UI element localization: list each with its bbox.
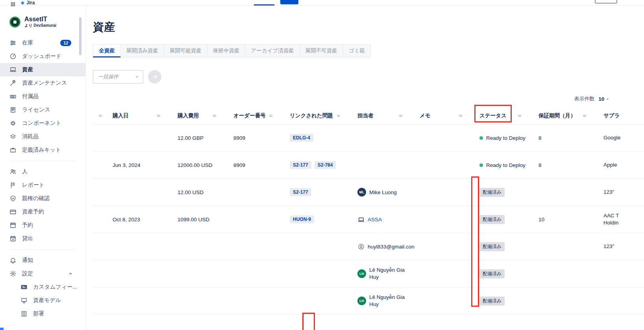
people-icon [9, 168, 17, 175]
status-badge: 配備済み [479, 215, 505, 224]
bulk-action-placeholder: 一括操作 [98, 73, 118, 80]
cell-status: 配備済み [475, 269, 534, 278]
tab-undeployable-assets[interactable]: 展開不可資産 [300, 44, 343, 57]
col-header-purchase-cost: 購入費用 [173, 112, 229, 119]
sidebar-item-people[interactable]: 人 [0, 165, 85, 178]
issue-chip[interactable]: S2-177 [290, 161, 311, 169]
report-icon [9, 182, 17, 189]
sidebar-item-components[interactable]: コンポーネント [0, 117, 85, 130]
chevron-up-icon[interactable] [68, 271, 73, 276]
tab-pending-assets[interactable]: 保留中資産 [207, 44, 246, 57]
cell-supplier: AAC T Holdin [599, 212, 644, 226]
status-label: Ready to Deploy [486, 162, 526, 168]
cell-supplier: 123" [599, 189, 644, 196]
sidebar-item-predefined-kits[interactable]: 定義済みキット [0, 143, 85, 157]
table-row-partial[interactable] [93, 315, 644, 330]
inventory-count-badge: 12 [60, 40, 71, 46]
sidebar-item-dashboard[interactable]: ダッシュボード [0, 50, 85, 63]
chevron-down-icon [135, 75, 139, 79]
filter-icon[interactable] [336, 113, 341, 118]
filter-icon[interactable] [517, 113, 522, 118]
status-ready-dot [479, 136, 483, 140]
cell-order-number: 8909 [229, 135, 285, 141]
sidebar-item-assets[interactable]: 資産 [0, 63, 85, 76]
sidebar-item-booking[interactable]: 予約 [0, 219, 85, 232]
page-size-label: 表示件数 [574, 95, 595, 102]
main-content: 資産 全資産 展開済み資産 展開可能資産 保留中資産 アーカイブ済資産 展開不可… [86, 6, 644, 330]
sidebar-item-custom-fields[interactable]: カスタムフィー... [0, 280, 85, 294]
asset-link[interactable]: ASSA [368, 217, 382, 222]
app-name: AssetIT [24, 16, 56, 23]
tab-all-assets[interactable]: 全資産 [93, 44, 121, 57]
sidebar-item-label: レポート [22, 182, 44, 189]
table-row[interactable]: Jun 3, 2024 12000.00 USD 8909 S2-177S2-7… [93, 152, 644, 179]
sidebar-item-label: ダッシュボード [22, 53, 61, 60]
issue-chip[interactable]: HUON-9 [290, 215, 314, 223]
topbar-search-input[interactable] [595, 0, 617, 4]
sidebar-item-label: 通知 [22, 257, 33, 264]
topbar-primary-button[interactable] [280, 0, 298, 4]
sidebar-item-asset-maintenance[interactable]: 資産メンテナンス [0, 76, 85, 90]
filter-icon[interactable] [268, 113, 273, 118]
page-size-select[interactable]: 10 [599, 96, 609, 102]
table-row[interactable]: huyl833@gmail.con 配備済み 123" [93, 233, 644, 260]
filter-icon[interactable] [98, 113, 103, 118]
sidebar-item-inventory[interactable]: 在庫 12 [0, 36, 85, 50]
filter-icon[interactable] [458, 113, 463, 118]
sidebar-item-asset-reservation[interactable]: 資産予約 [0, 205, 85, 219]
active-nav-tab-indicator [254, 4, 274, 6]
table-row[interactable]: LHLê Nguyễn Gia Huy 配備済み [93, 260, 644, 287]
maintenance-icon [9, 80, 17, 87]
cell-warranty: 10 [534, 217, 599, 222]
sidebar-item-licenses[interactable]: ライセンス [0, 103, 85, 117]
sidebar-item-accessories[interactable]: 付属品 [0, 90, 85, 103]
bulk-action-go-button[interactable] [148, 70, 161, 83]
filter-icon[interactable] [212, 113, 217, 118]
sidebar-item-label: 付属品 [22, 93, 39, 100]
col-header-supplier: サプラ [599, 112, 644, 119]
issue-chip[interactable]: S2-784 [315, 161, 336, 169]
cell-supplier: 123" [599, 243, 644, 250]
jira-logo-text: Jira [26, 0, 35, 6]
sidebar-scrollbar[interactable] [79, 17, 81, 55]
col-header-clipped [93, 113, 108, 118]
sidebar-item-custody-confirmation[interactable]: 親権の確認 [0, 192, 85, 205]
sidebar-item-reports[interactable]: レポート [0, 178, 85, 192]
tab-trash[interactable]: ゴミ箱 [343, 44, 371, 57]
issue-chip[interactable]: EDLG-4 [290, 134, 313, 142]
col-header-status: ステータス [475, 112, 534, 119]
sidebar-item-label: 予約 [22, 222, 33, 229]
avatar: ML [357, 188, 366, 197]
table-row[interactable]: 12.00 USD S2-177 MLMike Luong 配備済み 123" [93, 179, 644, 206]
sidebar-item-departments[interactable]: 部署 [0, 307, 85, 321]
sidebar-item-notifications[interactable]: 通知 [0, 254, 85, 267]
sidebar-item-consumables[interactable]: 消耗品 [0, 130, 85, 143]
cell-purchase-cost: 12000.00 USD [173, 162, 229, 168]
table-row[interactable]: LHLê Nguyễn Gia Huy 配備済み [93, 287, 644, 315]
filter-icon[interactable] [156, 113, 161, 118]
tab-archived-assets[interactable]: アーカイブ済資産 [245, 44, 300, 57]
page-title: 資産 [93, 20, 644, 35]
sidebar-item-checkout[interactable]: 貸出 [0, 232, 85, 245]
filter-icon[interactable] [398, 113, 403, 118]
jira-logo[interactable]: Jira [20, 0, 35, 6]
sidebar-item-asset-models[interactable]: 資産モデル [0, 294, 85, 307]
cell-status: 配備済み [475, 297, 534, 306]
sidebar-item-label: 在庫 [22, 39, 33, 46]
filter-icon[interactable] [582, 113, 587, 118]
sidebar-item-label: ライセンス [22, 106, 50, 113]
cell-linked-issues: EDLG-4 [285, 134, 353, 142]
table-row[interactable]: Oct 8, 2023 1099.00 USD HUON-9 ASSA 配備済み… [93, 206, 644, 233]
sidebar-item-settings[interactable]: 設定 [0, 267, 85, 280]
table-row[interactable]: 12.00 GBP 8909 EDLG-4 Ready to Deploy 8 … [93, 124, 644, 152]
consumables-icon [9, 133, 17, 140]
app-switcher-icon[interactable] [11, 1, 15, 8]
booking-icon [9, 222, 17, 229]
custody-icon [9, 195, 17, 202]
tab-deployed-assets[interactable]: 展開済み資産 [120, 44, 164, 57]
bulk-action-select[interactable]: 一括操作 [93, 70, 143, 83]
page-size-value: 10 [599, 96, 604, 102]
sidebar-item-label: 定義済みキット [22, 146, 61, 154]
tab-deployable-assets[interactable]: 展開可能資産 [164, 44, 207, 57]
issue-chip[interactable]: S2-177 [290, 188, 311, 196]
